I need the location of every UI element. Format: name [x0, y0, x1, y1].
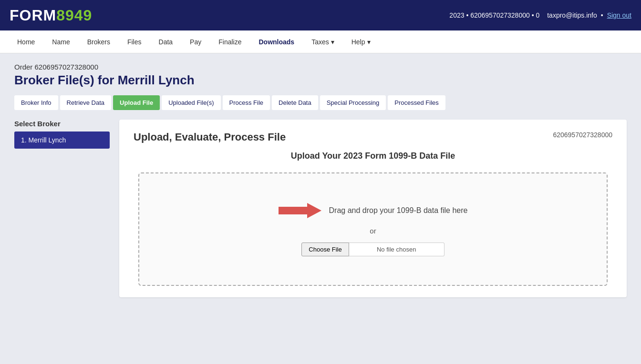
svg-marker-0 [279, 203, 321, 218]
sidebar-broker-item[interactable]: 1. Merrill Lynch [14, 131, 110, 149]
upload-subtitle: Upload Your 2023 Form 1099-B Data File [134, 151, 612, 161]
broker-title: Broker File(s) for Merrill Lynch [14, 73, 627, 88]
nav-help[interactable]: Help ▾ [344, 32, 378, 51]
main-nav: Home Name Brokers Files Data Pay Finaliz… [0, 30, 641, 53]
panel-order-number: 6206957027328000 [553, 131, 612, 139]
header-dot-separator: • [601, 11, 603, 19]
app-header: FORM 8949 2023 • 6206957027328000 • 0 ta… [0, 0, 641, 30]
logo-num: 8949 [56, 7, 92, 24]
nav-pay[interactable]: Pay [182, 32, 209, 51]
drag-arrow-icon [279, 202, 321, 219]
order-label: Order 6206957027328000 [14, 63, 627, 71]
taxes-dropdown-icon: ▾ [331, 38, 334, 46]
no-file-label: No file chosen [349, 243, 445, 256]
nav-files[interactable]: Files [120, 32, 149, 51]
subnav-delete-data[interactable]: Delete Data [272, 95, 318, 110]
sidebar-label: Select Broker [14, 120, 110, 128]
drag-drop-text: Drag and drop your 1099-B data file here [329, 206, 468, 215]
header-account-info: 2023 • 6206957027328000 • 0 taxpro@itips… [449, 11, 631, 19]
nav-downloads[interactable]: Downloads [251, 32, 302, 51]
nav-finalize[interactable]: Finalize [211, 32, 249, 51]
main-content: Order 6206957027328000 Broker File(s) fo… [0, 53, 641, 364]
file-dropzone[interactable]: Drag and drop your 1099-B data file here… [138, 172, 608, 286]
subnav-broker-info[interactable]: Broker Info [14, 95, 58, 110]
or-divider: or [370, 227, 376, 235]
nav-name[interactable]: Name [44, 32, 77, 51]
sub-navigation: Broker Info Retrieve Data Upload File Up… [14, 95, 627, 110]
user-email: taxpro@itips.info [547, 11, 597, 19]
subnav-upload-file[interactable]: Upload File [113, 95, 160, 110]
panel-title: Upload, Evaluate, Process File [134, 131, 286, 143]
help-dropdown-icon: ▾ [367, 38, 371, 46]
panel-header: Upload, Evaluate, Process File 620695702… [134, 131, 612, 143]
dropzone-content: Drag and drop your 1099-B data file here… [158, 202, 588, 256]
subnav-process-file[interactable]: Process File [223, 95, 270, 110]
upload-panel: Upload, Evaluate, Process File 620695702… [119, 120, 627, 297]
nav-taxes[interactable]: Taxes ▾ [304, 32, 342, 51]
content-wrapper: Select Broker 1. Merrill Lynch Upload, E… [14, 120, 627, 297]
nav-home[interactable]: Home [10, 32, 42, 51]
choose-file-button[interactable]: Choose File [301, 243, 349, 256]
subnav-processed-files[interactable]: Processed Files [388, 95, 445, 110]
subnav-retrieve-data[interactable]: Retrieve Data [60, 95, 111, 110]
app-logo: FORM 8949 [10, 7, 92, 24]
account-info-text: 2023 • 6206957027328000 • 0 [449, 11, 539, 19]
logo-form: FORM [10, 7, 56, 24]
nav-brokers[interactable]: Brokers [80, 32, 118, 51]
drag-drop-row: Drag and drop your 1099-B data file here [279, 202, 468, 219]
file-input-row: Choose File No file chosen [301, 243, 444, 256]
sign-out-link[interactable]: Sign out [607, 11, 631, 19]
subnav-special-processing[interactable]: Special Processing [320, 95, 386, 110]
subnav-uploaded-files[interactable]: Uploaded File(s) [162, 95, 220, 110]
broker-sidebar: Select Broker 1. Merrill Lynch [14, 120, 110, 149]
nav-data[interactable]: Data [151, 32, 181, 51]
